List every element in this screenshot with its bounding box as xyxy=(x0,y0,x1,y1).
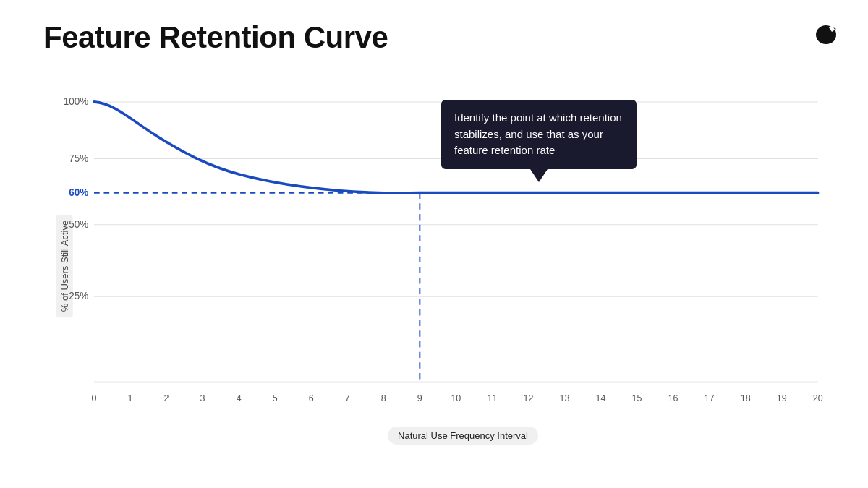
chart-container: % of Users Still Active Identify the poi… xyxy=(43,87,839,445)
svg-text:2: 2 xyxy=(164,392,169,403)
svg-text:10: 10 xyxy=(451,392,461,403)
svg-text:16: 16 xyxy=(668,392,678,403)
svg-text:19: 19 xyxy=(777,392,787,403)
tooltip-arrow xyxy=(530,169,548,182)
chart-area: Identify the point at which retention st… xyxy=(94,87,832,405)
svg-text:7: 7 xyxy=(345,392,350,403)
svg-text:5: 5 xyxy=(273,392,278,403)
svg-text:14: 14 xyxy=(596,392,606,403)
svg-text:17: 17 xyxy=(705,392,715,403)
svg-text:25%: 25% xyxy=(69,290,88,302)
svg-text:11: 11 xyxy=(487,392,497,403)
svg-text:50%: 50% xyxy=(69,218,88,230)
svg-text:75%: 75% xyxy=(69,152,88,164)
svg-text:15: 15 xyxy=(632,392,642,403)
page-title: Feature Retention Curve xyxy=(43,20,388,55)
svg-text:0: 0 xyxy=(92,392,97,403)
x-axis-label-container: Natural Use Frequency Interval xyxy=(94,427,832,445)
svg-text:6: 6 xyxy=(309,392,314,403)
svg-text:100%: 100% xyxy=(64,95,89,108)
svg-text:3: 3 xyxy=(200,392,205,403)
svg-text:18: 18 xyxy=(741,392,751,403)
svg-text:8: 8 xyxy=(381,392,386,403)
svg-text:60%: 60% xyxy=(69,186,88,198)
svg-text:1: 1 xyxy=(128,392,133,403)
svg-text:13: 13 xyxy=(560,392,570,403)
x-axis-label: Natural Use Frequency Interval xyxy=(388,427,538,445)
tooltip-text: Identify the point at which retention st… xyxy=(454,111,622,156)
svg-text:20: 20 xyxy=(813,392,823,403)
logo xyxy=(813,22,839,53)
svg-text:12: 12 xyxy=(524,392,534,403)
svg-text:4: 4 xyxy=(237,392,242,403)
tooltip: Identify the point at which retention st… xyxy=(441,100,637,169)
svg-text:9: 9 xyxy=(417,392,422,403)
